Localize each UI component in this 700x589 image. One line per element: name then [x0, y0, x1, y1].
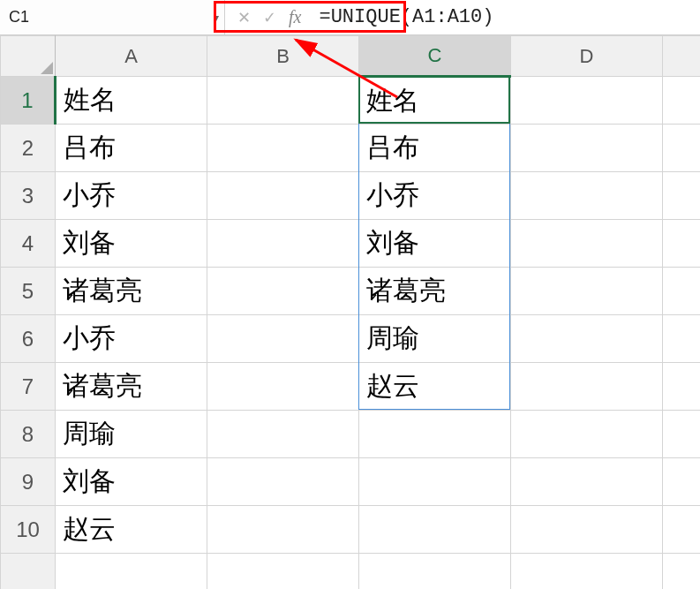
row-header-3[interactable]: 3 — [1, 172, 56, 220]
cell-b11[interactable] — [207, 554, 359, 590]
cell-e10[interactable] — [663, 506, 701, 554]
row-header-11[interactable] — [1, 554, 56, 590]
cell-b6[interactable] — [207, 315, 359, 363]
cell-b1[interactable] — [207, 77, 359, 125]
cell-d7[interactable] — [511, 363, 663, 411]
col-header-extra[interactable] — [663, 36, 701, 77]
cell-a7[interactable]: 诸葛亮 — [56, 363, 207, 411]
cell-a11[interactable] — [56, 554, 207, 590]
grid-table[interactable]: A B C D 1 姓名 姓名 2 吕布 吕布 3 小乔 小乔 4 刘备 刘备 — [0, 35, 700, 589]
row-header-9[interactable]: 9 — [1, 458, 56, 506]
formula-bar-input[interactable]: =UNIQUE(A1:A10) — [313, 6, 700, 28]
cell-a3[interactable]: 小乔 — [56, 172, 207, 220]
name-box-container[interactable]: ▾ — [0, 0, 225, 34]
cell-d5[interactable] — [511, 268, 663, 315]
cell-e4[interactable] — [663, 220, 701, 268]
row-header-4[interactable]: 4 — [1, 220, 56, 268]
cell-b9[interactable] — [207, 458, 359, 506]
cell-c2[interactable]: 吕布 — [359, 125, 511, 172]
col-header-c[interactable]: C — [359, 36, 511, 77]
row-header-2[interactable]: 2 — [1, 125, 56, 172]
cell-e7[interactable] — [663, 363, 701, 411]
cell-c11[interactable] — [359, 554, 511, 590]
cell-d1[interactable] — [511, 77, 663, 125]
row-header-1[interactable]: 1 — [1, 77, 56, 125]
cell-b3[interactable] — [207, 172, 359, 220]
fx-icon[interactable]: fx — [289, 7, 301, 27]
cell-a10[interactable]: 赵云 — [56, 506, 207, 554]
cell-a6[interactable]: 小乔 — [56, 315, 207, 363]
row-header-10[interactable]: 10 — [1, 506, 56, 554]
cell-c4[interactable]: 刘备 — [359, 220, 511, 268]
cell-a2[interactable]: 吕布 — [56, 125, 207, 172]
cell-b8[interactable] — [207, 411, 359, 458]
cell-d6[interactable] — [511, 315, 663, 363]
cell-b7[interactable] — [207, 363, 359, 411]
cell-c8[interactable] — [359, 411, 511, 458]
col-header-d[interactable]: D — [511, 36, 663, 77]
cell-b5[interactable] — [207, 268, 359, 315]
cell-d10[interactable] — [511, 506, 663, 554]
cell-a4[interactable]: 刘备 — [56, 220, 207, 268]
row-header-5[interactable]: 5 — [1, 268, 56, 315]
cell-c5[interactable]: 诸葛亮 — [359, 268, 511, 315]
cell-b2[interactable] — [207, 125, 359, 172]
cell-d4[interactable] — [511, 220, 663, 268]
cell-a5[interactable]: 诸葛亮 — [56, 268, 207, 315]
cell-d11[interactable] — [511, 554, 663, 590]
cell-d3[interactable] — [511, 172, 663, 220]
cell-e9[interactable] — [663, 458, 701, 506]
cell-e5[interactable] — [663, 268, 701, 315]
cell-d9[interactable] — [511, 458, 663, 506]
cell-c1[interactable]: 姓名 — [359, 77, 511, 125]
cell-e2[interactable] — [663, 125, 701, 172]
cell-e1[interactable] — [663, 77, 701, 125]
cell-b10[interactable] — [207, 506, 359, 554]
cancel-icon[interactable]: ✕ — [237, 8, 251, 27]
name-box-dropdown-icon[interactable]: ▾ — [214, 11, 219, 24]
cell-e8[interactable] — [663, 411, 701, 458]
row-header-7[interactable]: 7 — [1, 363, 56, 411]
cell-c9[interactable] — [359, 458, 511, 506]
col-header-b[interactable]: B — [207, 36, 359, 77]
select-all-corner[interactable] — [1, 36, 56, 77]
cell-b4[interactable] — [207, 220, 359, 268]
cell-e3[interactable] — [663, 172, 701, 220]
cell-a9[interactable]: 刘备 — [56, 458, 207, 506]
enter-icon[interactable]: ✓ — [263, 8, 276, 27]
cell-a1[interactable]: 姓名 — [56, 77, 207, 125]
cell-c3[interactable]: 小乔 — [359, 172, 511, 220]
cell-c6[interactable]: 周瑜 — [359, 315, 511, 363]
cell-c7[interactable]: 赵云 — [359, 363, 511, 411]
cell-a8[interactable]: 周瑜 — [56, 411, 207, 458]
spreadsheet-grid: A B C D 1 姓名 姓名 2 吕布 吕布 3 小乔 小乔 4 刘备 刘备 — [0, 35, 700, 589]
formula-bar-row: ▾ ✕ ✓ fx =UNIQUE(A1:A10) — [0, 0, 700, 35]
row-header-6[interactable]: 6 — [1, 315, 56, 363]
cell-c10[interactable] — [359, 506, 511, 554]
formula-bar-icons: ✕ ✓ fx — [225, 0, 313, 34]
name-box[interactable] — [9, 8, 214, 26]
cell-d2[interactable] — [511, 125, 663, 172]
cell-e6[interactable] — [663, 315, 701, 363]
cell-e11[interactable] — [663, 554, 701, 590]
row-header-8[interactable]: 8 — [1, 411, 56, 458]
col-header-a[interactable]: A — [56, 36, 207, 77]
cell-d8[interactable] — [511, 411, 663, 458]
